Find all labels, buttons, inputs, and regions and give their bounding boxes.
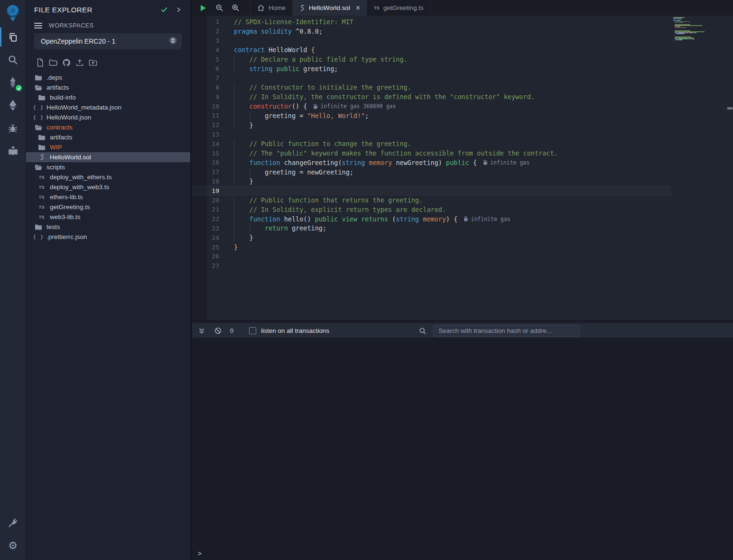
code-line-26[interactable]: 26 bbox=[192, 252, 671, 261]
tree-item-wip[interactable]: WIP bbox=[26, 142, 190, 152]
tree-item-scripts[interactable]: scripts bbox=[26, 162, 190, 172]
code-line-2[interactable]: 2pragma solidity ^0.8.0; bbox=[192, 27, 671, 36]
sidebar-item-settings[interactable]: ⚙ bbox=[0, 534, 26, 557]
new-folder-icon[interactable] bbox=[49, 58, 57, 67]
code-line-3[interactable]: 3 bbox=[192, 36, 671, 46]
terminal-resize-handle[interactable] bbox=[192, 320, 733, 323]
sidebar-item-solidity-compiler[interactable] bbox=[0, 71, 26, 94]
zoom-out-button[interactable] bbox=[211, 0, 227, 16]
minimap[interactable] bbox=[673, 17, 721, 46]
tree-item-build-info[interactable]: build-info bbox=[26, 92, 190, 102]
sidebar-item-file-explorer[interactable] bbox=[0, 26, 26, 48]
code-line-11[interactable]: 11 greeting = "Hello, World!"; bbox=[192, 111, 671, 120]
code-line-27[interactable]: 27 bbox=[192, 261, 671, 271]
line-number[interactable]: 1 bbox=[192, 18, 219, 25]
tree-item-helloworld-json[interactable]: { }HelloWorld.json bbox=[26, 112, 190, 122]
code-line-15[interactable]: 15 // The "public" keyword makes the fun… bbox=[192, 148, 671, 158]
expand-terminal-icon[interactable] bbox=[197, 326, 206, 336]
line-number[interactable]: 12 bbox=[192, 121, 219, 129]
line-number[interactable]: 16 bbox=[192, 159, 219, 166]
code-line-21[interactable]: 21 // In Solidity, explicit return types… bbox=[192, 205, 671, 214]
tree-item-artifacts[interactable]: artifacts bbox=[26, 83, 190, 92]
line-number[interactable]: 8 bbox=[192, 84, 219, 91]
code-line-1[interactable]: 1// SPDX-License-Identifier: MIT bbox=[192, 17, 671, 27]
tree-item-ethers-lib-ts[interactable]: TSethers-lib.ts bbox=[26, 192, 190, 202]
line-number[interactable]: 5 bbox=[192, 56, 219, 63]
code-line-8[interactable]: 8 // Constructor to initialize the greet… bbox=[192, 83, 671, 92]
chevron-right-icon[interactable] bbox=[173, 4, 184, 15]
line-number[interactable]: 9 bbox=[192, 93, 219, 101]
tab-home[interactable]: Home bbox=[250, 0, 293, 16]
code-line-12[interactable]: 12 } bbox=[192, 120, 671, 130]
line-number[interactable]: 6 bbox=[192, 65, 219, 72]
code-line-10[interactable]: 10 constructor() {infinite gas 368600 ga… bbox=[192, 101, 671, 111]
terminal-content[interactable]: > bbox=[192, 338, 733, 560]
tree-item-helloworld-metadata-json[interactable]: { }HelloWorld_metadata.json bbox=[26, 102, 190, 112]
code-line-5[interactable]: 5 // Declare a public field of type stri… bbox=[192, 55, 671, 64]
line-number[interactable]: 24 bbox=[192, 234, 219, 241]
terminal-search-input[interactable] bbox=[433, 325, 580, 337]
listen-transactions-checkbox[interactable] bbox=[249, 327, 256, 334]
new-file-icon[interactable] bbox=[36, 58, 44, 67]
zoom-in-button[interactable] bbox=[227, 0, 243, 16]
line-number[interactable]: 18 bbox=[192, 178, 219, 185]
close-icon[interactable]: × bbox=[356, 4, 360, 12]
line-number[interactable]: 2 bbox=[192, 28, 219, 35]
line-number[interactable]: 21 bbox=[192, 206, 219, 213]
code-line-9[interactable]: 9 // In Solidity, the constructor is def… bbox=[192, 92, 671, 101]
line-number[interactable]: 10 bbox=[192, 103, 219, 110]
tree-item-deploy-with-web3-ts[interactable]: TSdeploy_with_web3.ts bbox=[26, 182, 190, 192]
sidebar-item-debugger[interactable] bbox=[0, 117, 26, 139]
line-number[interactable]: 4 bbox=[192, 46, 219, 54]
line-number[interactable]: 25 bbox=[192, 244, 219, 251]
line-number[interactable]: 20 bbox=[192, 197, 219, 204]
code-line-19[interactable]: 19 bbox=[192, 186, 671, 195]
code-line-22[interactable]: 22 function hello() public view returns … bbox=[192, 214, 671, 224]
code-line-25[interactable]: 25} bbox=[192, 242, 671, 252]
code-line-7[interactable]: 7 bbox=[192, 73, 671, 83]
line-number[interactable]: 26 bbox=[192, 253, 219, 260]
line-number[interactable]: 14 bbox=[192, 140, 219, 147]
remix-logo-icon[interactable] bbox=[0, 0, 26, 26]
sidebar-item-learneth[interactable] bbox=[0, 139, 26, 162]
line-number[interactable]: 23 bbox=[192, 225, 219, 232]
sidebar-item-deploy-run[interactable] bbox=[0, 94, 26, 117]
code-line-23[interactable]: 23 return greeting; bbox=[192, 224, 671, 233]
line-number[interactable]: 27 bbox=[192, 262, 219, 269]
code-line-20[interactable]: 20 // Public function that returns the g… bbox=[192, 195, 671, 205]
upload-folder-icon[interactable] bbox=[89, 58, 97, 67]
upload-file-icon[interactable] bbox=[75, 58, 84, 67]
tree-item--deps[interactable]: .deps bbox=[26, 73, 190, 83]
workspaces-menu-icon[interactable] bbox=[34, 23, 42, 28]
code-line-17[interactable]: 17 greeting = newGreeting; bbox=[192, 167, 671, 177]
line-number[interactable]: 17 bbox=[192, 168, 219, 175]
workspace-ok-icon[interactable] bbox=[159, 4, 169, 15]
code-line-6[interactable]: 6 string public greeting; bbox=[192, 64, 671, 73]
line-number[interactable]: 7 bbox=[192, 74, 219, 82]
line-number[interactable]: 3 bbox=[192, 37, 219, 44]
clear-console-icon[interactable] bbox=[213, 326, 223, 336]
code-line-16[interactable]: 16 function changeGreeting(string memory… bbox=[192, 158, 671, 167]
tree-item-contracts[interactable]: contracts bbox=[26, 122, 190, 132]
github-icon[interactable] bbox=[62, 58, 71, 67]
tab-getgreeting-ts[interactable]: TS getGreeting.ts bbox=[367, 0, 431, 16]
line-number[interactable]: 13 bbox=[192, 131, 219, 138]
tab-helloworld-sol[interactable]: HelloWorld.sol × bbox=[293, 0, 367, 16]
workspace-dropdown[interactable]: OpenZeppelin ERC20 - 1 bbox=[34, 33, 182, 49]
line-number[interactable]: 15 bbox=[192, 150, 219, 157]
code-line-18[interactable]: 18 } bbox=[192, 177, 671, 186]
tree-item-getgreeting-ts[interactable]: TSgetGreeting.ts bbox=[26, 202, 190, 212]
code-line-13[interactable]: 13 bbox=[192, 130, 671, 139]
sidebar-item-search[interactable] bbox=[0, 48, 26, 71]
code-editor[interactable]: 1// SPDX-License-Identifier: MIT2pragma … bbox=[192, 16, 733, 320]
line-number[interactable]: 11 bbox=[192, 112, 219, 119]
line-number[interactable]: 22 bbox=[192, 215, 219, 222]
run-script-button[interactable] bbox=[195, 0, 211, 16]
tree-item-tests[interactable]: tests bbox=[26, 222, 190, 232]
tree-item-helloworld-sol[interactable]: HelloWorld.sol bbox=[26, 152, 190, 162]
line-number[interactable]: 19 bbox=[192, 187, 219, 194]
code-line-24[interactable]: 24 } bbox=[192, 233, 671, 242]
code-line-4[interactable]: 4contract HelloWorld { bbox=[192, 45, 671, 55]
code-line-14[interactable]: 14 // Public function to change the gree… bbox=[192, 139, 671, 148]
tree-item-deploy-with-ethers-ts[interactable]: TSdeploy_with_ethers.ts bbox=[26, 172, 190, 182]
